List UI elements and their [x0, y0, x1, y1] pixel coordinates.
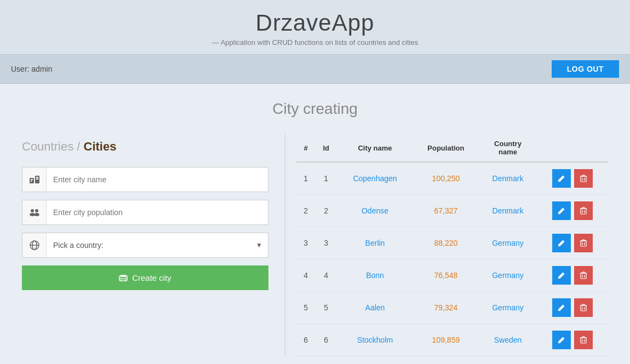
city-icon	[22, 167, 47, 192]
country-select-wrapper: Pick a country: Denmark Germany Sweden ▼	[47, 233, 268, 257]
col-population: Population	[413, 134, 479, 162]
breadcrumb-separator: /	[77, 140, 83, 153]
edit-icon	[558, 271, 565, 279]
delete-button[interactable]	[574, 331, 593, 349]
cell-id: 4	[315, 259, 337, 292]
svg-rect-45	[581, 305, 586, 311]
cell-id: 5	[315, 292, 337, 324]
edit-button[interactable]	[552, 234, 571, 252]
edit-button[interactable]	[552, 331, 571, 349]
navbar: User: admin LOG OUT	[0, 55, 630, 84]
cell-num: 3	[296, 227, 315, 259]
action-buttons	[541, 234, 604, 252]
svg-rect-38	[581, 273, 586, 279]
edit-button[interactable]	[552, 298, 571, 317]
delete-button[interactable]	[574, 169, 593, 188]
svg-rect-6	[37, 177, 38, 178]
svg-rect-8	[37, 178, 38, 180]
create-city-label: Create city	[132, 273, 171, 282]
cell-num: 4	[296, 259, 315, 292]
cell-country-name: Denmark	[479, 195, 537, 227]
svg-rect-4	[31, 181, 32, 182]
trash-icon	[580, 239, 587, 247]
logout-button[interactable]: LOG OUT	[552, 60, 619, 78]
city-population-group	[22, 200, 268, 225]
trash-icon	[580, 207, 587, 215]
delete-button[interactable]	[574, 234, 593, 252]
svg-rect-17	[581, 176, 586, 182]
cities-table: # Id City name Population Countryname 1 …	[296, 134, 608, 356]
cell-city-name: Bonn	[337, 259, 413, 292]
cell-actions	[537, 227, 608, 259]
delete-button[interactable]	[574, 298, 593, 317]
breadcrumb-countries: Countries	[22, 140, 73, 153]
cell-population: 76,548	[413, 259, 479, 292]
cell-country-name: Germany	[479, 292, 537, 324]
app-title: DrzaveApp	[0, 10, 630, 36]
page-title: City creating	[16, 100, 614, 118]
city-population-input[interactable]	[47, 200, 268, 224]
cell-city-name: Stockholm	[337, 324, 413, 356]
create-city-button[interactable]: Create city	[22, 265, 268, 290]
cell-country-name: Germany	[479, 227, 537, 259]
cell-num: 1	[296, 162, 315, 195]
svg-point-10	[35, 209, 38, 212]
svg-point-12	[34, 213, 39, 216]
panel-divider	[285, 134, 285, 356]
cell-population: 67,327	[413, 195, 479, 227]
col-country-name: Countryname	[479, 134, 537, 162]
trash-icon	[580, 304, 587, 311]
cell-population: 100,250	[413, 162, 479, 195]
edit-icon	[558, 207, 565, 215]
edit-icon	[558, 304, 565, 311]
main-content: City creating Countries / Cities	[0, 84, 630, 364]
edit-button[interactable]	[552, 266, 571, 285]
svg-rect-7	[36, 178, 37, 180]
table-header-row: # Id City name Population Countryname	[296, 134, 608, 162]
user-label: User: admin	[11, 65, 52, 73]
cell-num: 5	[296, 292, 315, 324]
cell-city-name: Aalen	[337, 292, 413, 324]
svg-point-9	[31, 209, 34, 212]
country-select[interactable]: Pick a country: Denmark Germany Sweden	[47, 233, 268, 257]
cell-city-name: Copenhagen	[337, 162, 413, 195]
cell-num: 6	[296, 324, 315, 356]
trash-icon	[580, 175, 587, 182]
svg-rect-3	[32, 179, 33, 180]
city-name-group	[22, 167, 268, 192]
svg-rect-31	[581, 241, 586, 246]
edit-button[interactable]	[552, 201, 571, 220]
delete-button[interactable]	[574, 266, 593, 285]
table-panel: # Id City name Population Countryname 1 …	[291, 134, 614, 356]
edit-button[interactable]	[552, 169, 571, 188]
cell-city-name: Berlin	[337, 227, 413, 259]
cell-id: 2	[315, 195, 337, 227]
cell-actions	[537, 195, 608, 227]
col-city-name: City name	[337, 134, 413, 162]
breadcrumb: Countries / Cities	[22, 140, 268, 154]
cell-actions	[537, 162, 608, 195]
city-name-input[interactable]	[47, 167, 268, 192]
table-row: 6 6 Stockholm 109,859 Sweden	[296, 324, 608, 356]
form-panel: Countries / Cities	[16, 134, 279, 356]
cell-population: 109,859	[413, 324, 479, 356]
cell-id: 6	[315, 324, 337, 356]
cell-actions	[537, 292, 608, 324]
cell-country-name: Sweden	[479, 324, 537, 356]
edit-icon	[558, 336, 565, 344]
action-buttons	[541, 266, 604, 285]
col-id: Id	[315, 134, 337, 162]
delete-button[interactable]	[574, 201, 593, 220]
col-actions	[537, 134, 608, 162]
cell-id: 3	[315, 227, 337, 259]
edit-icon	[558, 175, 565, 182]
breadcrumb-cities: Cities	[84, 140, 117, 153]
header: DrzaveApp — Application with CRUD functi…	[0, 0, 630, 55]
globe-icon	[22, 233, 47, 257]
population-icon	[22, 200, 47, 224]
cell-city-name: Odense	[337, 195, 413, 227]
col-num: #	[296, 134, 315, 162]
action-buttons	[541, 298, 604, 317]
action-buttons	[541, 331, 604, 349]
trash-icon	[580, 336, 587, 344]
